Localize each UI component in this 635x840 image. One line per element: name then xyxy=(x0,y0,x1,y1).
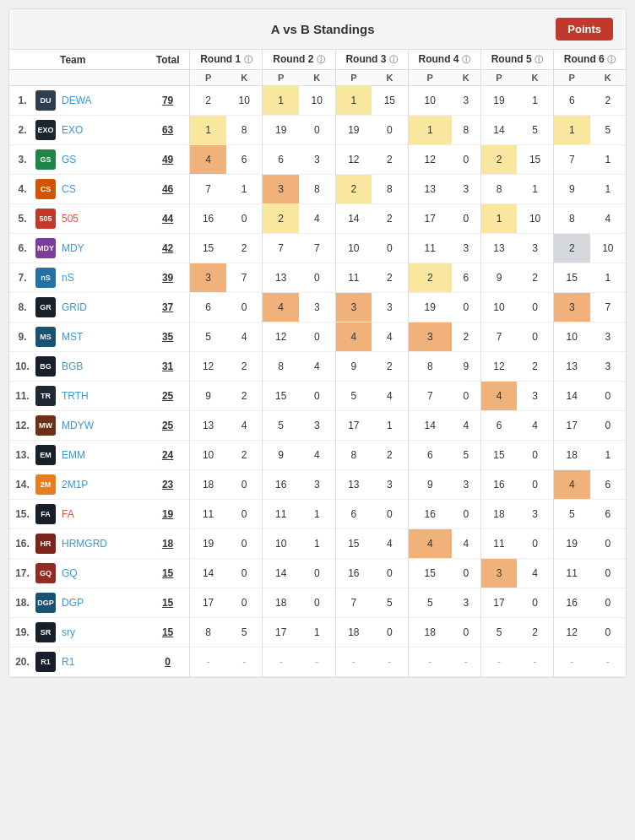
r4p-cell: 14 xyxy=(408,411,452,441)
team-name[interactable]: TRTH xyxy=(58,382,146,411)
team-name[interactable]: FA xyxy=(58,500,146,529)
r5p-cell: 5 xyxy=(480,618,517,648)
r4p-cell: - xyxy=(408,648,452,677)
rank-cell: 9. xyxy=(9,322,33,352)
total-cell: 19 xyxy=(146,500,190,529)
r6k-cell: 5 xyxy=(590,116,626,145)
r1k-cell: - xyxy=(226,648,263,677)
r2p-cell: 4 xyxy=(263,293,299,322)
round4-info-icon[interactable]: ⓘ xyxy=(462,55,470,64)
r2k-cell: 1 xyxy=(299,500,335,529)
r5p-cell: 1 xyxy=(480,204,517,234)
r3k-cell: 2 xyxy=(372,441,408,470)
rank-cell: 11. xyxy=(9,382,33,411)
team-name[interactable]: BGB xyxy=(58,352,146,382)
team-name[interactable]: MDY xyxy=(58,234,146,263)
team-name[interactable]: 505 xyxy=(58,204,146,234)
r1k-cell: 0 xyxy=(226,470,263,500)
table-row: 18.DGPDGP151701807553170160 xyxy=(9,588,626,618)
rank-cell: 19. xyxy=(9,618,33,648)
r1p-cell: 11 xyxy=(190,500,226,529)
round1-info-icon[interactable]: ⓘ xyxy=(244,55,252,64)
r4k-cell: 5 xyxy=(452,441,480,470)
r4p-cell: 10 xyxy=(408,86,452,116)
r1p-cell: 6 xyxy=(190,293,226,322)
r1p-cell: 12 xyxy=(190,352,226,382)
team-name[interactable]: EMM xyxy=(58,441,146,470)
r6k-cell: 1 xyxy=(590,263,626,293)
r3p-cell: 7 xyxy=(335,588,372,618)
r1p-cell: 18 xyxy=(190,470,226,500)
team-name[interactable]: sry xyxy=(58,618,146,648)
round6-info-icon[interactable]: ⓘ xyxy=(607,55,616,64)
r4p-cell: 3 xyxy=(408,322,452,352)
team-name[interactable]: 2M1P xyxy=(58,470,146,500)
r2p-cell: 8 xyxy=(263,352,299,382)
r4k-cell: 0 xyxy=(452,500,480,529)
r5p-cell: 17 xyxy=(480,588,517,618)
logo-cell: GR xyxy=(33,293,58,322)
r6k-cell: 0 xyxy=(590,559,626,588)
r3k-cell: 2 xyxy=(372,352,408,382)
r4k-cell: 0 xyxy=(452,145,480,175)
total-cell: 15 xyxy=(146,618,190,648)
r4p-cell: 6 xyxy=(408,441,452,470)
team-sub xyxy=(58,70,146,86)
r4k-cell: 4 xyxy=(452,411,480,441)
r5k-cell: 0 xyxy=(517,588,553,618)
r3p-cell: 5 xyxy=(335,382,372,411)
r2k-cell: 0 xyxy=(299,559,335,588)
team-name[interactable]: EXO xyxy=(58,116,146,145)
r3p-cell: - xyxy=(335,648,372,677)
r6k-cell: 6 xyxy=(590,470,626,500)
team-name[interactable]: R1 xyxy=(58,648,146,677)
team-name[interactable]: DGP xyxy=(58,588,146,618)
r6p-cell: 10 xyxy=(553,322,589,352)
team-name[interactable]: MST xyxy=(58,322,146,352)
r3k-cell: 0 xyxy=(372,559,408,588)
r6p-cell: 8 xyxy=(553,204,589,234)
r2p-cell: - xyxy=(263,648,299,677)
r5p-cell: 13 xyxy=(480,234,517,263)
rank-cell: 13. xyxy=(9,441,33,470)
round3-info-icon[interactable]: ⓘ xyxy=(389,55,398,64)
r2k-cell: 4 xyxy=(299,204,335,234)
round5-info-icon[interactable]: ⓘ xyxy=(535,55,543,64)
r5p-cell: 14 xyxy=(480,116,517,145)
r4k-cell: 0 xyxy=(452,293,480,322)
team-name[interactable]: GQ xyxy=(58,559,146,588)
r3p-cell: 15 xyxy=(335,529,372,559)
table-row: 10.BGBGB31122849289122133 xyxy=(9,352,626,382)
round2-info-icon[interactable]: ⓘ xyxy=(317,55,325,64)
table-row: 1.DUDEWA7921011011510319162 xyxy=(9,86,626,116)
team-name[interactable]: nS xyxy=(58,263,146,293)
r2p-cell: 15 xyxy=(263,382,299,411)
r2p-cell: 9 xyxy=(263,441,299,470)
team-name[interactable]: DEWA xyxy=(58,86,146,116)
r3p-cell: 2 xyxy=(335,175,372,204)
r4p-cell: 4 xyxy=(408,529,452,559)
team-name[interactable]: HRMGRD xyxy=(58,529,146,559)
table-row: 17.GQGQ1514014016015034110 xyxy=(9,559,626,588)
r2k-cell: 3 xyxy=(299,411,335,441)
r3k-cell: 3 xyxy=(372,293,408,322)
r6p-cell: 1 xyxy=(553,116,589,145)
team-name[interactable]: CS xyxy=(58,175,146,204)
team-name[interactable]: MDYW xyxy=(58,411,146,441)
team-name[interactable]: GRID xyxy=(58,293,146,322)
team-name[interactable]: GS xyxy=(58,145,146,175)
total-cell: 49 xyxy=(146,145,190,175)
r2p-sub: P xyxy=(263,70,299,86)
r3p-cell: 1 xyxy=(335,86,372,116)
round1-header: Round 1 ⓘ xyxy=(190,50,263,70)
r4k-cell: 0 xyxy=(452,382,480,411)
r6p-cell: 9 xyxy=(553,175,589,204)
points-button[interactable]: Points xyxy=(556,18,613,41)
r6p-cell: 18 xyxy=(553,441,589,470)
r1p-cell: 8 xyxy=(190,618,226,648)
r4k-cell: 0 xyxy=(452,204,480,234)
r1p-cell: 15 xyxy=(190,234,226,263)
r4p-cell: 17 xyxy=(408,204,452,234)
r5p-cell: 8 xyxy=(480,175,517,204)
r1k-cell: 7 xyxy=(226,263,263,293)
